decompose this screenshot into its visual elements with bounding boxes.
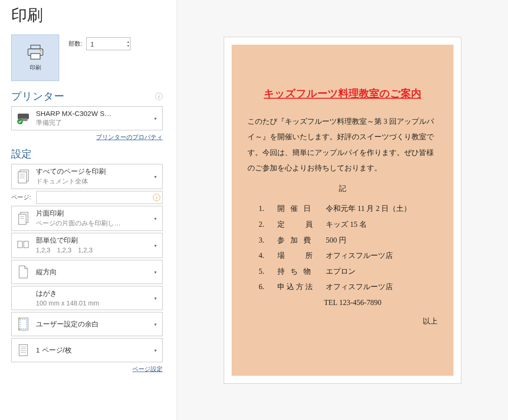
doc-items: 1.開 催 日令和元年 11 月 2 日（土）2.定 員キッズ 15 名3.参 … <box>259 201 438 295</box>
doc-item-num: 6. <box>259 279 267 295</box>
copies-label: 部数: <box>69 40 82 48</box>
copies-value: 1 <box>90 40 94 48</box>
print-button[interactable]: 印刷 <box>11 34 59 81</box>
doc-item-label: 申込方法 <box>277 279 316 295</box>
print-button-label: 印刷 <box>30 64 41 72</box>
margins-select[interactable]: ユーザー設定の余白 ▾ <box>11 312 163 336</box>
chevron-down-icon: ▾ <box>152 243 158 248</box>
chevron-down-icon: ▾ <box>152 116 158 121</box>
printer-icon <box>26 44 45 61</box>
doc-title: キッズフルーツ料理教室のご案内 <box>247 87 438 101</box>
printer-status-icon <box>15 112 31 125</box>
doc-item-label: 定 員 <box>277 217 316 232</box>
printer-properties-link[interactable]: プリンターのプロパティ <box>96 134 163 141</box>
margins-icon <box>15 317 31 332</box>
doc-item-row: 4.場 所オフィスフルーツ店 <box>259 248 438 264</box>
pages-per-sheet-icon <box>15 343 31 358</box>
doc-item-value: エプロン <box>326 264 438 279</box>
svg-point-3 <box>40 50 41 51</box>
print-preview: キッズフルーツ料理教室のご案内 このたび『キッズフルーツ料理教室～第 3 回アッ… <box>224 37 461 384</box>
doc-item-value: オフィスフルーツ店 <box>326 248 438 264</box>
paper-sub: 100 mm x 148.01 mm <box>36 299 148 307</box>
svg-rect-8 <box>18 172 27 183</box>
svg-rect-20 <box>19 318 20 319</box>
paper-label: はがき <box>36 289 148 298</box>
doc-item-num: 5. <box>259 264 267 279</box>
info-icon[interactable]: i <box>153 194 160 201</box>
doc-item-value: キッズ 15 名 <box>326 217 438 232</box>
doc-item-row: 1.開 催 日令和元年 11 月 2 日（土） <box>259 201 438 217</box>
doc-item-num: 2. <box>259 217 267 232</box>
printer-heading: プリンター <box>11 89 64 103</box>
collate-icon <box>15 238 31 252</box>
doc-item-row: 6.申込方法オフィスフルーツ店 <box>259 279 438 295</box>
duplex-label: 片面印刷 <box>36 209 148 218</box>
doc-closing: 以上 <box>247 313 438 329</box>
printer-name: SHARP MX-C302W S… <box>36 109 148 117</box>
doc-item-label: 持 ち 物 <box>277 264 316 279</box>
page-range-sub: ドキュメント全体 <box>36 177 148 186</box>
chevron-down-icon: ▾ <box>152 270 158 275</box>
duplex-icon <box>15 210 31 226</box>
doc-item-row: 5.持 ち 物エプロン <box>259 264 438 279</box>
info-icon[interactable]: i <box>155 93 163 100</box>
settings-heading: 設定 <box>11 147 32 161</box>
preview-document: キッズフルーツ料理教室のご案内 このたび『キッズフルーツ料理教室～第 3 回アッ… <box>232 45 453 376</box>
doc-item-value: オフィスフルーツ店 <box>326 279 438 295</box>
chevron-down-icon: ▾ <box>152 296 158 301</box>
duplex-sub: ページの片面のみを印刷し… <box>36 219 148 228</box>
page-title: 印刷 <box>11 5 163 26</box>
margins-label: ユーザー設定の余白 <box>36 320 148 329</box>
svg-rect-17 <box>24 241 28 248</box>
doc-item-row: 3.参 加 費500 円 <box>259 232 438 248</box>
pages-per-sheet-label: 1 ページ/枚 <box>36 346 148 355</box>
svg-rect-0 <box>31 45 40 49</box>
page-range-label: すべてのページを印刷 <box>36 167 148 176</box>
page-setup-link[interactable]: ページ設定 <box>132 366 163 373</box>
doc-tel: TEL 123-456-7890 <box>324 295 438 311</box>
doc-item-num: 4. <box>259 248 267 264</box>
svg-rect-22 <box>19 345 27 356</box>
copies-stepper[interactable]: 1 ▴▾ <box>86 37 130 50</box>
doc-item-value: 令和元年 11 月 2 日（土） <box>326 201 438 217</box>
doc-ki: 記 <box>247 181 438 196</box>
page-range-select[interactable]: すべてのページを印刷 ドキュメント全体 ▾ <box>11 164 163 189</box>
chevron-down-icon: ▾ <box>152 348 158 353</box>
collate-sub: 1,2,3 1,2,3 1,2,3 <box>36 246 148 255</box>
printer-status: 準備完了 <box>36 119 148 127</box>
svg-rect-21 <box>19 329 20 330</box>
spin-up-icon[interactable]: ▴ <box>127 40 129 44</box>
pages-icon <box>15 169 31 184</box>
doc-item-label: 参 加 費 <box>277 232 316 248</box>
doc-item-num: 1. <box>259 201 267 217</box>
doc-item-label: 場 所 <box>277 248 316 264</box>
collate-label: 部単位で印刷 <box>36 236 148 245</box>
pages-input[interactable] <box>40 194 153 201</box>
svg-rect-13 <box>19 214 26 224</box>
pages-per-sheet-select[interactable]: 1 ページ/枚 ▾ <box>11 338 163 362</box>
spin-down-icon[interactable]: ▾ <box>127 44 129 48</box>
doc-item-label: 開 催 日 <box>277 201 316 217</box>
chevron-down-icon: ▾ <box>152 322 158 327</box>
doc-body: このたび『キッズフルーツ料理教室～第 3 回アップルパイ～』を開催いたします。好… <box>247 114 438 176</box>
orientation-select[interactable]: 縦方向 ▾ <box>11 260 163 284</box>
doc-item-row: 2.定 員キッズ 15 名 <box>259 217 438 232</box>
duplex-select[interactable]: 片面印刷 ページの片面のみを印刷し… ▾ <box>11 206 163 231</box>
doc-item-num: 3. <box>259 232 267 248</box>
pages-label: ページ: <box>11 193 33 202</box>
orientation-label: 縦方向 <box>36 268 148 277</box>
svg-rect-16 <box>18 241 22 248</box>
chevron-down-icon: ▾ <box>152 174 158 179</box>
chevron-down-icon: ▾ <box>152 216 158 221</box>
doc-item-value: 500 円 <box>326 232 438 248</box>
orientation-icon <box>15 264 31 279</box>
svg-rect-2 <box>31 54 40 59</box>
collate-select[interactable]: 部単位で印刷 1,2,3 1,2,3 1,2,3 ▾ <box>11 233 163 258</box>
printer-select[interactable]: SHARP MX-C302W S… 準備完了 ▾ <box>11 106 163 130</box>
paper-select[interactable]: はがき 100 mm x 148.01 mm ▾ <box>11 286 163 310</box>
